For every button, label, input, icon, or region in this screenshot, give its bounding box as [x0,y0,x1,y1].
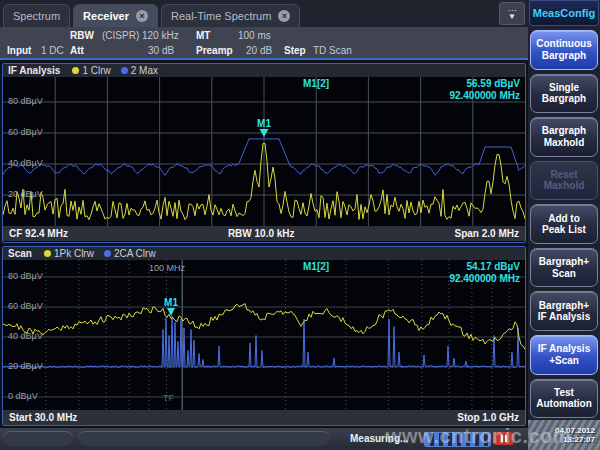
if-analysis-graph[interactable]: M1 M1[2] 56.59 dBµV 92.400000 MHz 80 dBµ… [3,77,525,226]
att-label: Att [70,45,84,56]
trace-label: 2 Max [131,65,158,76]
rbw-label: RBW [70,30,94,41]
softkey-reset-maxhold: Reset Maxhold [530,161,598,201]
step-label: Step [284,45,306,56]
tab-bar: SpectrumReceiver×Real-Time Spectrum×⋯▼ [0,0,528,27]
scan-trace-peak [3,304,525,350]
scan-legend-item: 1Pk Clrw [44,248,94,259]
if-marker-name: M1[2] [303,78,329,89]
tab-label: Real-Time Spectrum [171,10,271,22]
if-analysis-title: IF Analysis [8,65,60,76]
softkey-bargraph-scan[interactable]: Bargraph+ Scan [530,248,598,288]
marker-m1-label: M1 [257,118,271,129]
softkey-sidebar: MeasConfig Continuous BargraphSingle Bar… [528,0,600,450]
preamp-value[interactable]: 20 dB [246,45,272,56]
if-legend: 1 Clrw2 Max [72,65,158,76]
softkey-bargraph-if-analysis[interactable]: Bargraph+ IF Analysis [530,291,598,331]
att-value[interactable]: 30 dB [148,45,174,56]
scan-footer: Start 30.0 MHz Stop 1.0 GHz [3,410,525,425]
tab-overflow-menu-icon[interactable]: ⋯▼ [499,2,525,25]
measuring-status-text: Measuring... [350,433,408,444]
if-analysis-panel: IF Analysis 1 Clrw2 Max M1 M1[2] 56.59 d… [2,63,526,243]
tab-label: Receiver [83,10,129,22]
input-label: Input [7,45,31,56]
softkey-bargraph-maxhold[interactable]: Bargraph Maxhold [530,117,598,157]
status-icon-red [493,432,514,445]
mt-label: MT [196,30,210,41]
trace-color-dot-icon [104,250,111,257]
rbw-value[interactable]: (CISPR) 120 kHz [102,30,179,41]
softkey-slot-mid [78,431,330,446]
step-value[interactable]: TD Scan [313,45,352,56]
trace-label: 1Pk Clrw [54,248,94,259]
tab-real-time-spectrum[interactable]: Real-Time Spectrum× [161,4,300,27]
stop-freq-value[interactable]: Stop 1.0 GHz [457,412,519,423]
if-marker-level: 56.59 dBµV [466,78,520,89]
tab-label: Spectrum [13,10,60,22]
time-text: 13:27:07 [563,435,595,444]
start-freq-value[interactable]: Start 30.0 MHz [9,412,77,423]
datetime-display: 04.07.2012 13:27:07 [528,420,600,450]
status-bar: Measuring... [0,428,528,450]
trace-color-dot-icon [121,67,128,74]
scan-legend: 1Pk Clrw2CA Clrw [44,248,156,259]
tab-spectrum[interactable]: Spectrum [3,4,70,27]
scan-marker-level: 54.17 dBµV [466,261,520,272]
softkey-test-automation[interactable]: Test Automation [530,379,598,419]
scan-panel: Scan 1Pk Clrw2CA Clrw M1 100 MHz TF M1[2… [2,246,526,426]
if-analysis-footer: CF 92.4 MHz RBW 10.0 kHz Span 2.0 MHz [3,226,525,241]
cf-value[interactable]: CF 92.4 MHz [9,228,68,239]
span-value[interactable]: Span 2.0 MHz [455,228,519,239]
rbw-footer-value[interactable]: RBW 10.0 kHz [228,228,295,239]
scan-legend-item: 2CA Clrw [104,248,156,259]
tab-receiver[interactable]: Receiver× [73,4,158,27]
transducer-factor-label: TF [163,393,174,403]
if-marker-freq: 92.400000 MHz [449,90,520,101]
scan-title: Scan [8,248,32,259]
input-value[interactable]: 1 DC [41,45,64,56]
scan-trace-average [3,316,525,367]
trace-color-dot-icon [44,250,51,257]
tab-close-icon[interactable]: × [136,10,148,22]
if-analysis-header: IF Analysis 1 Clrw2 Max [3,64,525,77]
scan-graph[interactable]: M1 100 MHz TF M1[2] 54.17 dBµV 92.400000… [3,260,525,410]
trace-label: 2CA Clrw [114,248,156,259]
softkey-add-to-peak-list[interactable]: Add to Peak List [530,204,598,244]
date-text: 04.07.2012 [555,426,595,435]
trace-color-dot-icon [72,67,79,74]
settings-bar: RBW (CISPR) 120 kHz MT 100 ms Input 1 DC… [0,27,528,60]
softkey-continuous-bargraph[interactable]: Continuous Bargraph [530,30,598,70]
softkey-slot-left [3,431,73,446]
if-legend-item: 1 Clrw [72,65,110,76]
preamp-label: Preamp [196,45,233,56]
if-legend-item: 2 Max [121,65,158,76]
mt-value[interactable]: 100 ms [238,30,271,41]
marker-m1-label: M1 [164,297,178,308]
softkey-if-analysis-scan[interactable]: IF Analysis +Scan [530,335,598,375]
scan-progress-bar [424,432,491,447]
scan-marker-name: M1[2] [303,261,329,272]
softkey-single-bargraph[interactable]: Single Bargraph [530,74,598,114]
freq-ref-label: 100 MHz [149,263,185,273]
receiver-app-window: SpectrumReceiver×Real-Time Spectrum×⋯▼ R… [0,0,600,450]
scan-marker-freq: 92.400000 MHz [449,273,520,284]
trace-label: 1 Clrw [82,65,110,76]
softkey-buttons: Continuous BargraphSingle BargraphBargra… [528,28,600,420]
measconfig-menu-title: MeasConfig [529,0,599,26]
tab-close-icon[interactable]: × [278,10,290,22]
scan-header: Scan 1Pk Clrw2CA Clrw [3,247,525,260]
